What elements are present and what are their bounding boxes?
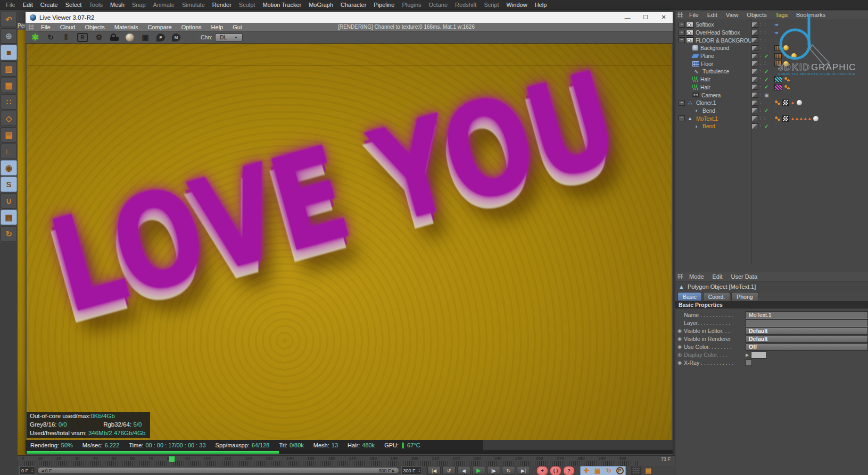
- menu-mograph[interactable]: MoGraph: [305, 2, 337, 8]
- menu-redshift[interactable]: Redshift: [451, 2, 480, 8]
- om-menu-bookmarks[interactable]: Bookmarks: [792, 12, 830, 18]
- display-color-swatch[interactable]: [751, 352, 767, 359]
- expander-icon[interactable]: [686, 61, 691, 66]
- tree-item-bend-2[interactable]: Bend ∶: [675, 122, 868, 130]
- lv-menu-file[interactable]: File: [36, 24, 55, 30]
- texture-mode-icon[interactable]: ▨: [1, 61, 17, 77]
- play-button[interactable]: ▶: [472, 466, 485, 475]
- enabled-state-icon[interactable]: [764, 107, 772, 113]
- restart-render-icon[interactable]: ↻: [46, 33, 55, 41]
- expander-icon[interactable]: [686, 85, 691, 89]
- layer-chip[interactable]: [751, 77, 758, 82]
- tree-item-softbox[interactable]: + Softbox ∶: [675, 21, 868, 29]
- menu-octane[interactable]: Octane: [425, 2, 451, 8]
- live-viewer-titlebar[interactable]: Live Viewer 3.07-R2 — ☐ ✕: [26, 12, 673, 23]
- menu-character[interactable]: Character: [337, 2, 370, 8]
- enabled-state-icon[interactable]: [764, 123, 772, 129]
- edges-mode-icon[interactable]: ◇: [1, 111, 17, 126]
- visibility-dots[interactable]: ∶: [759, 123, 764, 129]
- undo-icon[interactable]: ↶: [1, 12, 17, 27]
- tag-icons[interactable]: [772, 30, 868, 35]
- expander-icon[interactable]: −: [679, 37, 685, 43]
- tab-basic[interactable]: Basic: [677, 292, 702, 301]
- enabled-state-icon[interactable]: [764, 37, 772, 43]
- drag-handle-icon[interactable]: [677, 12, 683, 18]
- layer-input[interactable]: [746, 319, 868, 327]
- menu-render[interactable]: Render: [209, 2, 235, 8]
- am-menu-edit[interactable]: Edit: [708, 273, 727, 280]
- polygons-mode-icon[interactable]: ▤: [1, 127, 17, 143]
- expander-icon[interactable]: [686, 46, 691, 51]
- enabled-state-icon[interactable]: [764, 61, 772, 66]
- menu-window[interactable]: Window: [503, 2, 531, 8]
- layer-chip[interactable]: [751, 92, 758, 98]
- timeline-playhead[interactable]: [169, 456, 175, 462]
- lock-resolution-icon[interactable]: [110, 37, 119, 41]
- visibility-dots[interactable]: ∶: [759, 53, 764, 59]
- om-menu-file[interactable]: File: [685, 12, 703, 18]
- tree-item-motext[interactable]: − MoText.1 ∶: [675, 114, 868, 122]
- visible-renderer-dropdown[interactable]: Default: [746, 336, 868, 343]
- tag-icons[interactable]: [772, 53, 868, 59]
- lv-menu-cloud[interactable]: Cloud: [55, 24, 80, 30]
- expand-arrow-icon[interactable]: ▶: [746, 353, 749, 357]
- xray-checkbox[interactable]: [746, 360, 752, 366]
- om-menu-view[interactable]: View: [722, 12, 743, 18]
- render-viewport[interactable]: LOVE YOU Out-of-core used/max:0Kb/4Gb Gr…: [27, 44, 672, 440]
- layer-chip[interactable]: [751, 84, 758, 90]
- render-region-icon[interactable]: R: [77, 33, 88, 42]
- enabled-state-icon[interactable]: [764, 100, 772, 106]
- om-menu-edit[interactable]: Edit: [703, 12, 722, 18]
- menu-plugins[interactable]: Plugins: [398, 2, 425, 8]
- prev-frame-button[interactable]: ◀: [457, 466, 470, 475]
- tree-item-plane[interactable]: Plane ∶: [675, 52, 868, 60]
- menu-edit[interactable]: Edit: [19, 2, 37, 8]
- layer-chip[interactable]: [751, 37, 758, 43]
- expander-icon[interactable]: [686, 77, 691, 82]
- enabled-state-icon[interactable]: [764, 115, 772, 121]
- name-input[interactable]: [746, 311, 868, 319]
- expander-icon[interactable]: [686, 54, 691, 59]
- menu-simulate[interactable]: Simulate: [178, 2, 209, 8]
- snap-magnet-icon[interactable]: ∪: [1, 193, 17, 209]
- visibility-dots[interactable]: ∶: [759, 116, 764, 121]
- menu-create[interactable]: Create: [37, 2, 62, 8]
- workplane-rotate-icon[interactable]: ↻: [1, 226, 17, 241]
- drag-handle-icon[interactable]: [677, 274, 683, 279]
- layer-chip[interactable]: [751, 107, 758, 113]
- visibility-dots[interactable]: ∶: [759, 38, 764, 43]
- focus-picker-icon[interactable]: F: [156, 34, 165, 41]
- octane-render-icon[interactable]: ✱: [31, 33, 39, 41]
- frame-range-slider[interactable]: ◂ 0 F 300 F ▸: [37, 467, 399, 474]
- enabled-state-icon[interactable]: [764, 92, 772, 98]
- move-tool-button[interactable]: ✚: [581, 467, 591, 474]
- live-selection-icon[interactable]: ⊕: [1, 28, 17, 44]
- menu-script[interactable]: Script: [480, 2, 502, 8]
- layer-chip[interactable]: [751, 53, 758, 59]
- enabled-state-icon[interactable]: [764, 77, 772, 82]
- menu-help[interactable]: Help: [531, 2, 551, 8]
- goto-end-button[interactable]: ▶|: [517, 466, 530, 475]
- layer-manager-icon[interactable]: ▤: [645, 466, 651, 474]
- om-menu-tags[interactable]: Tags: [771, 12, 792, 18]
- visibility-dots[interactable]: ∶: [759, 85, 764, 90]
- tag-icons[interactable]: [772, 22, 868, 27]
- prev-key-button[interactable]: ↺: [442, 466, 456, 475]
- enabled-state-icon[interactable]: [764, 69, 772, 74]
- menu-sculpt[interactable]: Sculpt: [235, 2, 259, 8]
- next-key-button[interactable]: ↻: [502, 466, 515, 475]
- tree-item-turbulence[interactable]: Turbulence ∶: [675, 68, 868, 76]
- enabled-state-icon[interactable]: [764, 45, 772, 51]
- close-button[interactable]: ✕: [655, 12, 673, 23]
- channel-dropdown[interactable]: DL▼: [215, 34, 243, 41]
- tab-coord[interactable]: Coord.: [703, 292, 731, 301]
- tree-item-floor-background[interactable]: − FLOOR & BACKGROUND ∶: [675, 36, 868, 44]
- keying-options-button[interactable]: ?: [563, 466, 575, 475]
- keyframe-radio-icon[interactable]: ◉: [675, 344, 684, 349]
- workplane-lock-icon[interactable]: ▦: [1, 210, 17, 225]
- menu-animate[interactable]: Animate: [150, 2, 178, 8]
- tag-icons[interactable]: [772, 76, 868, 82]
- tree-item-bend-1[interactable]: Bend ∶: [675, 107, 868, 115]
- picking-region-icon[interactable]: ▣: [141, 33, 150, 41]
- record-keyframe-button[interactable]: +: [536, 466, 548, 475]
